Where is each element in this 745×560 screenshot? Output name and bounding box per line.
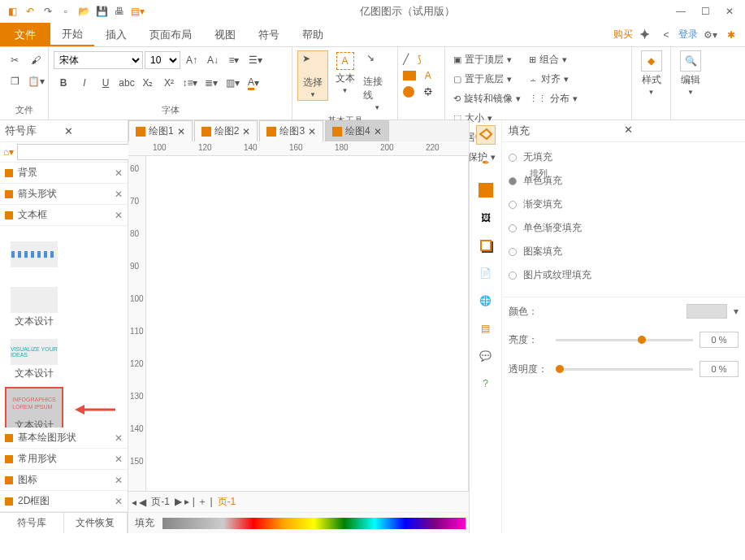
bold-icon[interactable]: B xyxy=(54,73,73,93)
menu-view[interactable]: 视图 xyxy=(203,23,247,46)
group-btn[interactable]: ⊞ 组合▾ xyxy=(526,50,581,68)
arc-shape-icon[interactable]: ⟆ xyxy=(418,54,422,65)
cat-icons[interactable]: 图标✕ xyxy=(0,470,128,491)
rotate-flip[interactable]: ⟲ 旋转和镜像▾ xyxy=(450,89,524,107)
paint-icon[interactable]: 🖌 xyxy=(26,50,45,70)
social-icon[interactable]: < xyxy=(659,28,674,42)
comment-panel-icon[interactable]: 💬 xyxy=(476,346,496,366)
cat-background[interactable]: 背景✕ xyxy=(0,163,128,184)
cat-2d-frame[interactable]: 2D框图✕ xyxy=(0,491,128,512)
doc-tab-2[interactable]: 绘图2 ✕ xyxy=(194,120,258,141)
layer-panel-icon[interactable]: ▤ xyxy=(476,319,496,338)
select-tool[interactable]: ➤选择▼ xyxy=(297,50,328,101)
shape-text3-selected[interactable]: INFOGRAPHICSLOREM IPSUM 文本设计 xyxy=(5,387,63,428)
menu-start[interactable]: 开始 xyxy=(50,23,94,46)
panel-close-icon[interactable]: ✕ xyxy=(64,125,123,137)
connector-tool[interactable]: ↘连接线▼ xyxy=(362,50,392,113)
minimize-button[interactable]: — xyxy=(669,3,693,20)
underline-icon[interactable]: U xyxy=(96,73,115,93)
tab-file-recovery[interactable]: 文件恢复 xyxy=(64,513,128,533)
superscript-icon[interactable]: X² xyxy=(159,73,179,93)
cut-icon[interactable]: ✂ xyxy=(5,50,24,70)
strike-icon[interactable]: abc xyxy=(117,73,136,93)
color-palette-strip[interactable] xyxy=(162,518,466,529)
shape-text1[interactable]: 文本设计 xyxy=(5,283,63,332)
color-panel-icon[interactable] xyxy=(476,180,496,200)
opt-pattern[interactable]: 图案填充 xyxy=(509,245,739,258)
rect-shape-icon[interactable] xyxy=(403,71,416,80)
edit-button[interactable]: 🔍编辑▼ xyxy=(676,50,705,96)
shape-wavy[interactable] xyxy=(5,231,63,280)
line-shape-icon[interactable]: ╱ xyxy=(403,54,409,65)
text-tool[interactable]: A文本▼ xyxy=(330,50,361,96)
align-menu-icon[interactable]: ≡▾ xyxy=(224,50,244,70)
distribute-btn[interactable]: ⋮⋮ 分布▾ xyxy=(526,89,581,107)
doc-tab-1[interactable]: 绘图1 ✕ xyxy=(128,120,193,141)
redo-icon[interactable]: ↷ xyxy=(41,4,55,19)
font-size-combo[interactable]: 10 xyxy=(145,51,180,69)
print-icon[interactable]: 🖶 xyxy=(112,4,127,19)
font-name-combo[interactable]: 宋体 xyxy=(54,51,143,69)
new-icon[interactable]: ▫ xyxy=(58,4,73,19)
open-icon[interactable]: 📂 xyxy=(76,4,91,19)
login-link[interactable]: 登录 xyxy=(678,28,698,41)
cat-basic-shapes[interactable]: 基本绘图形状✕ xyxy=(0,428,128,449)
font-shrink-icon[interactable]: A↓ xyxy=(203,50,223,70)
text-shape-icon[interactable]: A xyxy=(425,70,431,81)
italic-icon[interactable]: I xyxy=(75,73,94,93)
symbol-search-input[interactable] xyxy=(17,144,144,160)
circle-shape-icon[interactable] xyxy=(403,86,414,98)
brightness-slider[interactable] xyxy=(556,339,693,341)
bring-front[interactable]: ▣ 置于顶层▾ xyxy=(450,50,524,68)
color-picker[interactable] xyxy=(687,304,727,319)
align-btn[interactable]: ⫠ 对齐▾ xyxy=(526,70,581,88)
right-panel-close-icon[interactable]: ✕ xyxy=(624,124,739,138)
list-icon[interactable]: ≣▾ xyxy=(201,73,221,93)
line-spacing-icon[interactable]: ↕≡▾ xyxy=(180,73,200,93)
shadow-panel-icon[interactable] xyxy=(476,236,496,255)
crop-icon[interactable]: ⯐ xyxy=(423,86,433,98)
fill-panel-icon[interactable] xyxy=(476,125,496,145)
page-panel-icon[interactable]: 📄 xyxy=(476,263,496,283)
brightness-value[interactable]: 0 % xyxy=(700,332,739,348)
image-panel-icon[interactable]: 🖼 xyxy=(476,208,496,228)
menu-insert[interactable]: 插入 xyxy=(94,23,138,46)
export-icon[interactable]: ▤▾ xyxy=(130,4,145,19)
help-panel-icon[interactable]: ? xyxy=(476,374,496,393)
drawing-canvas[interactable] xyxy=(146,156,469,491)
gear-icon[interactable]: ⚙▾ xyxy=(703,28,717,42)
cat-common-shapes[interactable]: 常用形状✕ xyxy=(0,449,128,470)
cat-arrow[interactable]: 箭头形状✕ xyxy=(0,184,128,205)
file-menu[interactable]: 文件 xyxy=(0,23,50,46)
page-nav[interactable]: ◂ ◀ 页-1 ▶ ▸ | ＋ | 页-1 xyxy=(132,495,236,509)
copy-icon[interactable]: ❐ xyxy=(5,72,24,91)
highlight-icon[interactable]: ▥▾ xyxy=(223,73,242,93)
send-back[interactable]: ▢ 置于底层▾ xyxy=(450,70,524,88)
subscript-icon[interactable]: X₂ xyxy=(138,73,158,93)
share-icon[interactable]: ⯌ xyxy=(638,28,652,42)
menu-layout[interactable]: 页面布局 xyxy=(138,23,203,46)
web-panel-icon[interactable]: 🌐 xyxy=(476,291,496,310)
opt-gradient[interactable]: 渐变填充 xyxy=(509,198,739,211)
tab-symbol-lib[interactable]: 符号库 xyxy=(0,513,64,533)
menu-help[interactable]: 帮助 xyxy=(291,23,335,46)
cat-textbox[interactable]: 文本框✕ xyxy=(0,205,128,226)
maximize-button[interactable]: ☐ xyxy=(693,3,717,20)
font-grow-icon[interactable]: A↑ xyxy=(182,50,201,70)
style-button[interactable]: ◆样式▼ xyxy=(637,50,665,96)
undo-icon[interactable]: ↶ xyxy=(23,4,37,19)
opt-solid[interactable]: 单色填充 xyxy=(509,174,739,188)
doc-tab-3[interactable]: 绘图3 ✕ xyxy=(259,120,323,141)
opacity-value[interactable]: 0 % xyxy=(700,361,739,377)
menu-symbol[interactable]: 符号 xyxy=(247,23,291,46)
close-button[interactable]: ✕ xyxy=(717,3,742,20)
line-panel-icon[interactable]: ✒ xyxy=(476,153,496,172)
buy-link[interactable]: 购买 xyxy=(613,28,633,41)
shape-text2[interactable]: VISUALIZE YOUR IDEAS文本设计 xyxy=(5,335,63,384)
home-icon[interactable]: ⌂▾ xyxy=(3,145,14,159)
paste-icon[interactable]: 📋▾ xyxy=(26,72,45,91)
opt-texture[interactable]: 图片或纹理填充 xyxy=(509,268,739,282)
bullets-icon[interactable]: ☰▾ xyxy=(245,50,265,70)
save-icon[interactable]: 💾 xyxy=(94,4,109,19)
opacity-slider[interactable] xyxy=(556,368,693,371)
